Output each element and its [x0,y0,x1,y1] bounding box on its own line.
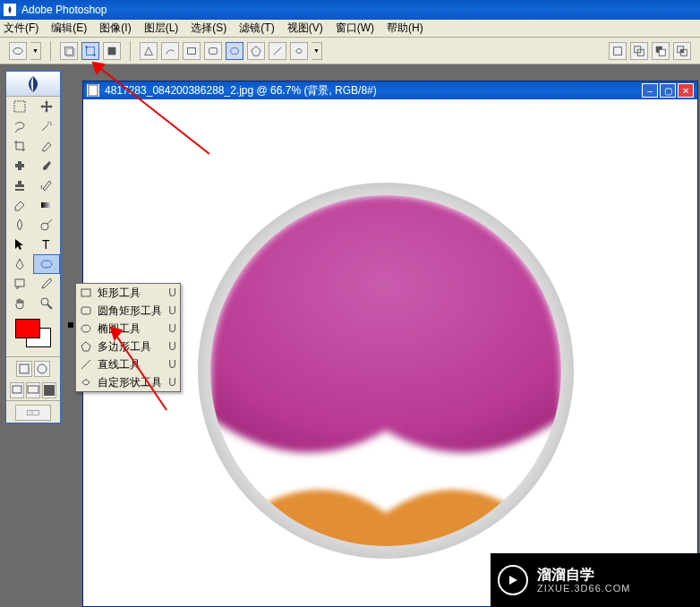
tool-preset-icon[interactable] [9,42,27,60]
watermark: 溜溜自学 ZIXUE.3D66.COM [491,553,700,607]
path-new-icon[interactable] [609,42,627,60]
stamp-tool[interactable] [6,175,33,195]
svg-marker-50 [509,576,517,585]
document-title: 4817283_084200386288_2.jpg @ 66.7% (背景, … [105,83,642,98]
rounded-rect-icon[interactable] [204,42,222,60]
flyout-line[interactable]: 直线工具 U [76,355,180,373]
shape-dropdown[interactable]: ▼ [312,42,322,60]
wand-tool[interactable] [33,116,60,136]
svg-rect-3 [87,47,95,55]
fill-pixels-icon[interactable] [103,42,121,60]
svg-point-36 [38,364,47,373]
line-icon[interactable] [269,42,286,60]
imageready-icon[interactable] [15,405,51,421]
menu-file[interactable]: 文件(F) [4,21,38,36]
brush-tool[interactable] [33,156,60,175]
menu-select[interactable]: 选择(S) [191,21,226,36]
svg-point-31 [41,261,52,268]
menu-window[interactable]: 窗口(W) [336,21,374,36]
svg-rect-19 [680,49,684,53]
svg-rect-39 [44,385,55,396]
screen-mode-2-icon[interactable] [26,382,40,398]
quickmask-mode-icon[interactable] [34,361,50,377]
menu-help[interactable]: 帮助(H) [387,21,423,36]
line-icon [80,358,92,371]
slice-tool[interactable] [33,136,60,156]
crop-tool[interactable] [6,136,33,156]
marquee-tool[interactable] [6,97,33,116]
close-button[interactable]: ✕ [678,83,694,98]
pen-icon[interactable] [140,42,158,60]
flyout-rectangle[interactable]: 矩形工具 U [76,284,180,302]
path-intersect-icon[interactable] [673,42,691,60]
shape-tool-flyout: 矩形工具 U 圆角矩形工具 U 椭圆工具 U 多边形工具 U 直线工具 U 自定… [75,283,181,392]
path-subtract-icon[interactable] [652,42,670,60]
svg-rect-38 [28,386,38,393]
toolbox-header[interactable] [6,72,60,97]
svg-point-43 [81,325,90,332]
svg-rect-7 [188,47,196,54]
maximize-button[interactable]: ▢ [660,83,676,98]
flyout-rounded-rect[interactable]: 圆角矩形工具 U [76,302,180,320]
app-titlebar: Adobe Photoshop [0,0,700,20]
flyout-custom-shape[interactable]: 自定形状工具 U [76,373,180,391]
menu-edit[interactable]: 编辑(E) [51,21,87,36]
svg-rect-20 [89,85,98,96]
options-bar: ▼ ▼ [0,38,700,64]
separator-icon [130,41,131,61]
document-titlebar[interactable]: 4817283_084200386288_2.jpg @ 66.7% (背景, … [83,81,697,99]
blur-tool[interactable] [6,215,33,235]
minimize-button[interactable]: – [642,83,658,98]
shape-tool[interactable] [33,254,60,274]
gradient-tool[interactable] [33,195,60,215]
svg-rect-12 [614,47,622,55]
play-icon [498,565,528,595]
custom-shape-icon[interactable] [290,42,308,60]
watermark-title: 溜溜自学 [537,567,630,583]
eraser-tool[interactable] [6,195,33,215]
pen-tool[interactable] [6,254,33,274]
svg-rect-26 [18,161,21,170]
svg-point-4 [85,46,88,48]
color-swatches[interactable] [6,313,60,356]
freeform-pen-icon[interactable] [161,42,179,60]
standard-mode-icon[interactable] [16,361,32,377]
hand-tool[interactable] [6,294,33,313]
path-add-icon[interactable] [630,42,648,60]
tool-preset-dropdown[interactable]: ▼ [30,42,41,60]
foreground-swatch[interactable] [15,319,40,338]
rounded-rect-icon [80,304,92,317]
svg-text:T: T [42,237,50,252]
menubar: 文件(F) 编辑(E) 图像(I) 图层(L) 选择(S) 滤镜(T) 视图(V… [0,20,700,38]
rectangle-icon [80,286,92,299]
paths-icon[interactable] [81,42,99,60]
history-brush-tool[interactable] [33,175,60,195]
svg-rect-41 [81,289,90,296]
move-tool[interactable] [33,97,60,116]
dodge-tool[interactable] [33,215,60,235]
svg-line-11 [274,47,282,55]
menu-filter[interactable]: 滤镜(T) [239,21,274,36]
flyout-ellipse[interactable]: 椭圆工具 U [76,320,180,338]
menu-view[interactable]: 视图(V) [287,21,323,36]
toolbox: T [5,71,61,423]
rectangle-icon[interactable] [183,42,201,60]
menu-image[interactable]: 图像(I) [99,21,131,36]
lasso-tool[interactable] [6,116,33,136]
ellipse-icon[interactable] [226,42,243,60]
path-select-tool[interactable] [6,235,33,254]
menu-layer[interactable]: 图层(L) [144,21,179,36]
eyedropper-tool[interactable] [33,274,60,294]
notes-tool[interactable] [6,274,33,294]
watermark-sub: ZIXUE.3D66.COM [537,583,630,594]
svg-rect-32 [15,279,24,286]
screen-mode-3-icon[interactable] [42,382,56,398]
type-tool[interactable]: T [33,235,60,254]
polygon-icon[interactable] [247,42,265,60]
healing-tool[interactable] [6,156,33,175]
zoom-tool[interactable] [33,294,60,313]
screen-mode-1-icon[interactable] [10,382,24,398]
flyout-polygon[interactable]: 多边形工具 U [76,338,180,355]
shape-layers-icon[interactable] [60,42,78,60]
svg-line-45 [81,360,90,369]
